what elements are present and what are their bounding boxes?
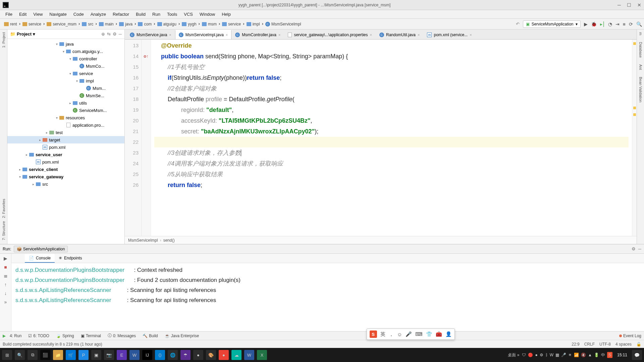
- menu-build[interactable]: Build: [133, 11, 148, 17]
- tree-item[interactable]: application.pro...: [7, 121, 124, 129]
- tray-icon[interactable]: 🔴: [528, 353, 533, 357]
- tree-item[interactable]: CMsmCo...: [7, 62, 124, 70]
- tray-icon[interactable]: 🛡: [522, 353, 526, 357]
- tree-item[interactable]: ▸service_user: [7, 151, 124, 158]
- tool-terminal[interactable]: ▣ Terminal: [78, 333, 104, 339]
- editor-tab[interactable]: CMsmServiceImpl.java×: [175, 30, 231, 39]
- console-tab[interactable]: 📄 Console: [25, 254, 55, 263]
- run-config-select[interactable]: ▣ ServiceMsmApplication ▾: [523, 20, 581, 28]
- taskbar-app[interactable]: IJ: [142, 350, 152, 360]
- tool-build[interactable]: 🔨 Build: [140, 333, 161, 339]
- tray-icon[interactable]: ☀: [568, 353, 572, 357]
- taskbar-app[interactable]: ●: [193, 350, 203, 360]
- taskbar-app[interactable]: ⬛: [40, 350, 50, 360]
- tree-item[interactable]: mpom.xml: [7, 143, 124, 151]
- select-opened-icon[interactable]: ⊕: [101, 32, 105, 37]
- database-tool-button[interactable]: Database: [639, 42, 643, 58]
- tray-icon[interactable]: ●: [535, 353, 537, 357]
- editor-tab[interactable]: CRandomUtil.java×: [376, 30, 423, 39]
- taskview-icon[interactable]: ⧉: [28, 350, 38, 360]
- tree-item[interactable]: ▾service_gateway: [7, 173, 124, 180]
- minimize-button[interactable]: ─: [618, 2, 621, 8]
- readonly-icon[interactable]: 🔓: [636, 342, 641, 347]
- caret-position[interactable]: 22:9: [572, 342, 579, 347]
- breadcrumb-item[interactable]: service: [20, 21, 43, 27]
- editor-tab[interactable]: CMsmController.java×: [231, 30, 284, 39]
- taskbar-app[interactable]: 📷: [104, 350, 114, 360]
- start-button[interactable]: ⊞: [2, 350, 12, 360]
- search-taskbar-icon[interactable]: 🔍: [15, 350, 25, 360]
- ime-toolbox-icon[interactable]: 🧰: [436, 331, 442, 337]
- tree-item[interactable]: ▸test: [7, 129, 124, 136]
- error-stripe[interactable]: [632, 40, 637, 236]
- close-button[interactable]: ✕: [637, 2, 641, 8]
- ime-user-icon[interactable]: 👤: [445, 331, 452, 337]
- tool-messages[interactable]: ⓘ 0: Messages: [105, 332, 139, 339]
- run-indicator-icon[interactable]: ▶: [3, 334, 6, 338]
- tray-icon[interactable]: 📶: [574, 353, 579, 357]
- menu-analyze[interactable]: Analyze: [88, 11, 109, 17]
- settings-icon[interactable]: ⚙: [113, 32, 117, 37]
- breadcrumb-item[interactable]: yygh: [180, 21, 198, 27]
- notifications-button[interactable]: 💬: [632, 350, 642, 360]
- tray-icon[interactable]: 🎤: [561, 353, 566, 357]
- run-settings-icon[interactable]: ⚙: [632, 246, 636, 251]
- menu-file[interactable]: File: [3, 11, 15, 17]
- breadcrumb-item[interactable]: src: [80, 21, 95, 27]
- breadcrumb-item[interactable]: CMsmServiceImpl: [263, 21, 303, 27]
- tray-icon[interactable]: ▦: [555, 353, 559, 357]
- project-tree[interactable]: ▾java▾com.atguigu.y...▾controllerCMsmCo.…: [7, 39, 124, 244]
- tray-ime[interactable]: 中: [601, 352, 605, 358]
- tray-icon[interactable]: 🔋: [594, 353, 599, 357]
- line-separator[interactable]: CRLF: [584, 342, 595, 347]
- menu-window[interactable]: Window: [197, 11, 218, 17]
- taskbar-app[interactable]: 🎨: [206, 350, 216, 360]
- tree-item[interactable]: ▾resources: [7, 114, 124, 121]
- tray-icon[interactable]: ᛒ: [545, 353, 548, 357]
- taskbar-app[interactable]: W: [129, 350, 140, 360]
- file-encoding[interactable]: UTF-8: [599, 342, 611, 347]
- tray-icon[interactable]: W: [550, 353, 553, 357]
- taskbar-app[interactable]: ☂: [180, 350, 191, 360]
- tool-spring[interactable]: 🍃 Spring: [53, 333, 77, 339]
- tree-item[interactable]: ▾impl: [7, 77, 124, 84]
- close-tab-icon[interactable]: ×: [278, 33, 280, 37]
- breadcrumb-item[interactable]: impl: [245, 21, 262, 27]
- menu-code[interactable]: Code: [71, 11, 87, 17]
- rerun-button[interactable]: ▶: [4, 256, 7, 261]
- editor-tab[interactable]: mpom.xml (service...×: [423, 30, 475, 39]
- tree-item[interactable]: ▸target: [7, 136, 124, 143]
- tree-item[interactable]: ▾com.atguigu.y...: [7, 48, 124, 55]
- taskbar-app[interactable]: ▣: [91, 350, 101, 360]
- tool-todo[interactable]: ☑ 6: TODO: [25, 333, 52, 339]
- search-button[interactable]: 🔍: [636, 21, 642, 27]
- down-trace-button[interactable]: ↓: [4, 291, 7, 296]
- attach-button[interactable]: ⇥: [615, 21, 620, 27]
- menu-help[interactable]: Help: [219, 11, 233, 17]
- project-panel-title[interactable]: 📁 Project ▾: [10, 32, 35, 37]
- warning-marker-icon[interactable]: [633, 113, 636, 116]
- taskbar-app[interactable]: ☁: [231, 350, 241, 360]
- close-tab-icon[interactable]: ×: [169, 33, 171, 37]
- menu-tools[interactable]: Tools: [164, 11, 180, 17]
- ime-punct-icon[interactable]: ，: [389, 331, 394, 338]
- update-button[interactable]: ⟳: [629, 21, 633, 27]
- tray-icon[interactable]: ▲: [588, 353, 592, 357]
- taskbar-app[interactable]: 📁: [53, 350, 63, 360]
- tool-run[interactable]: 4: Run: [7, 333, 24, 339]
- ime-keyboard-icon[interactable]: ⌨: [415, 331, 423, 337]
- menu-view[interactable]: View: [31, 11, 45, 17]
- tree-item[interactable]: ▾controller: [7, 55, 124, 62]
- menu-run[interactable]: Run: [150, 11, 163, 17]
- breadcrumb-item[interactable]: service: [220, 21, 243, 27]
- expand-all-icon[interactable]: ⇆: [107, 32, 111, 37]
- ime-lang[interactable]: 英: [380, 331, 385, 338]
- menu-edit[interactable]: Edit: [16, 11, 29, 17]
- tree-item[interactable]: mpom.xml: [7, 158, 124, 166]
- more-run-button[interactable]: »: [4, 299, 7, 305]
- debug-button[interactable]: 🐞: [591, 21, 597, 27]
- editor-tab[interactable]: CMsmService.java×: [126, 30, 175, 39]
- warning-marker-icon[interactable]: [633, 107, 636, 109]
- up-trace-button[interactable]: ↑: [4, 282, 7, 287]
- profile-button[interactable]: ◔: [608, 21, 612, 27]
